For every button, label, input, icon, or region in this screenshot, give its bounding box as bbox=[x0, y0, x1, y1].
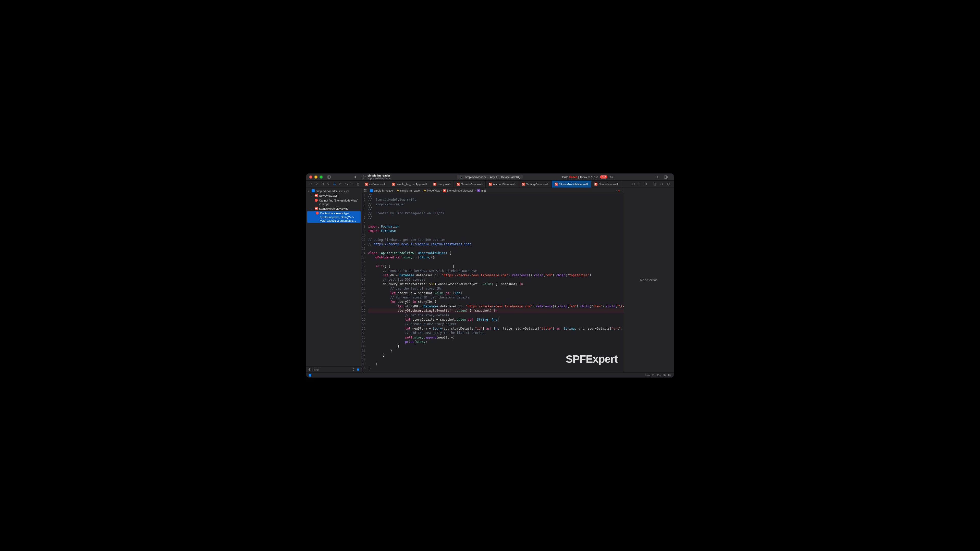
code-line[interactable]: 10 bbox=[362, 233, 624, 238]
code-text[interactable]: } bbox=[368, 344, 624, 348]
nav-breakpoint-icon[interactable] bbox=[350, 183, 354, 186]
code-text[interactable] bbox=[368, 371, 624, 372]
code-line[interactable]: 35 } bbox=[362, 344, 624, 348]
file-tab[interactable]: StoriesModelView.swift bbox=[552, 181, 591, 187]
file-tab[interactable]: AccountView.swift bbox=[486, 181, 519, 187]
issue-row[interactable]: ▿NewsView.swift bbox=[306, 193, 362, 198]
jump-segment[interactable]: simple-hn-reader bbox=[396, 189, 420, 192]
code-line[interactable]: 34 print(story) bbox=[362, 340, 624, 344]
jump-back-icon[interactable]: ‹ bbox=[616, 189, 617, 192]
code-text[interactable]: let storyDB = Database.database(url: "ht… bbox=[368, 304, 624, 309]
code-line[interactable]: 13 bbox=[362, 247, 624, 251]
filter-scope-icon[interactable] bbox=[357, 368, 360, 371]
file-tab[interactable]: SettingsView.swift bbox=[519, 181, 552, 187]
code-text[interactable]: let storyDetails = snapshot.value as! [S… bbox=[368, 318, 624, 322]
code-line[interactable]: 21 db.queryLimited(toFirst: 500).observe… bbox=[362, 282, 624, 286]
code-text[interactable] bbox=[368, 220, 624, 224]
jump-segment[interactable] bbox=[364, 189, 367, 192]
code-line[interactable]: 8import Foundation bbox=[362, 224, 624, 229]
jump-segment[interactable]: StoriesModelView.swift bbox=[443, 189, 474, 192]
code-line[interactable]: 23 let storyIDs = snapshot.value as! [In… bbox=[362, 291, 624, 295]
cloud-icon[interactable] bbox=[609, 175, 613, 179]
filter-input[interactable] bbox=[313, 368, 351, 371]
tab-list-icon[interactable] bbox=[638, 183, 641, 186]
jump-segment[interactable]: ModelView bbox=[423, 189, 440, 192]
build-status[interactable]: Build Failed | Today at 10:38 ✕ 2 bbox=[562, 175, 671, 179]
code-text[interactable]: self.story.append(newStory) bbox=[368, 335, 624, 340]
code-text[interactable]: } bbox=[368, 362, 624, 366]
scheme-selector[interactable]: 📱 simple-hn-reader › Any iOS Device (arm… bbox=[457, 175, 523, 179]
jump-segment[interactable]: simple-hn-reader bbox=[370, 189, 394, 192]
nav-find-icon[interactable] bbox=[327, 183, 330, 186]
code-text[interactable]: for storyID in storyIDs { bbox=[368, 300, 624, 304]
code-line[interactable]: 27 storyDB.observeSingleEvent(of: .value… bbox=[362, 309, 624, 313]
issue-row[interactable]: ▿StoriesModelView.swift bbox=[306, 206, 362, 211]
status-activity-icon[interactable] bbox=[309, 374, 311, 376]
nav-debug-icon[interactable] bbox=[345, 183, 348, 186]
code-line[interactable]: 5// Created by Hiro Protagonist on 6/1/2… bbox=[362, 211, 624, 216]
filter-clock-icon[interactable] bbox=[352, 368, 355, 371]
code-text[interactable]: } bbox=[368, 349, 624, 353]
code-text[interactable]: // using Firebase, get the top 500 stori… bbox=[368, 238, 624, 242]
code-review-icon[interactable] bbox=[660, 183, 663, 186]
code-text[interactable]: // get the story details bbox=[368, 313, 624, 318]
code-text[interactable]: // Created by Hiro Protagonist on 6/1/23… bbox=[368, 211, 624, 216]
code-text[interactable] bbox=[368, 247, 624, 251]
minimize-window[interactable] bbox=[314, 176, 318, 179]
code-text[interactable]: } bbox=[368, 366, 624, 371]
code-line[interactable]: 38 bbox=[362, 357, 624, 362]
code-text[interactable]: // pull top 500 stories bbox=[368, 278, 624, 282]
jump-segment[interactable]: Minit() bbox=[477, 189, 486, 192]
issue-row[interactable]: !Contextual closure type '(DataSnapshot,… bbox=[307, 211, 361, 223]
code-line[interactable]: 11// using Firebase, get the top 500 sto… bbox=[362, 238, 624, 242]
add-tab-button[interactable] bbox=[656, 176, 659, 179]
code-text[interactable]: // get the list of story IDs bbox=[368, 286, 624, 291]
code-line[interactable]: 36 } bbox=[362, 349, 624, 353]
code-text[interactable]: } bbox=[368, 353, 624, 357]
code-line[interactable]: 25 for storyID in storyIDs { bbox=[362, 300, 624, 304]
code-text[interactable]: // create a new story object bbox=[368, 322, 624, 326]
code-line[interactable]: 18 // connect to HackerNews API with Fir… bbox=[362, 269, 624, 273]
code-text[interactable] bbox=[368, 357, 624, 362]
file-tab[interactable]: NewsView.swift bbox=[591, 181, 621, 187]
file-tab[interactable]: SearchView.swift bbox=[454, 181, 486, 187]
status-panel-icon[interactable] bbox=[668, 374, 671, 377]
jump-forward-icon[interactable]: › bbox=[621, 189, 622, 192]
code-text[interactable]: // StoriesModelView.swift bbox=[368, 198, 624, 202]
code-line[interactable]: 16 bbox=[362, 260, 624, 264]
code-line[interactable]: 6// bbox=[362, 216, 624, 220]
zoom-window[interactable] bbox=[320, 176, 323, 179]
code-text[interactable]: print(story) bbox=[368, 340, 624, 344]
code-line[interactable]: 20 // pull top 500 stories bbox=[362, 278, 624, 282]
code-line[interactable]: 17 init() { bbox=[362, 264, 624, 268]
tab-arrows-icon[interactable] bbox=[632, 183, 635, 186]
code-line[interactable]: 2// StoriesModelView.swift bbox=[362, 198, 624, 202]
code-line[interactable]: 31 let newStory = Story(id: storyDetails… bbox=[362, 327, 624, 331]
code-line[interactable]: 40} bbox=[362, 366, 624, 371]
jump-error-icon[interactable]: ● bbox=[618, 189, 620, 192]
close-window[interactable] bbox=[309, 176, 312, 179]
code-text[interactable]: // bbox=[368, 216, 624, 220]
code-text[interactable]: class TopStoriesModelView: ObservableObj… bbox=[368, 251, 624, 256]
code-line[interactable]: 33 self.story.append(newStory) bbox=[362, 335, 624, 340]
code-text[interactable]: // add the new story to the list of stor… bbox=[368, 331, 624, 335]
nav-report-icon[interactable] bbox=[356, 183, 360, 186]
code-text[interactable]: // simple-hn-reader bbox=[368, 202, 624, 206]
code-text[interactable]: // bbox=[368, 206, 624, 211]
code-line[interactable]: 4// bbox=[362, 206, 624, 211]
code-line[interactable]: 15 @Published var story = [Story]() bbox=[362, 256, 624, 260]
issue-row[interactable]: ▿simple-hn-reader 2 issues bbox=[306, 189, 362, 193]
file-tab[interactable]: ‹ ntView.swift bbox=[362, 181, 389, 187]
code-line[interactable]: 28 // get the story details bbox=[362, 313, 624, 318]
titlebar-nav-toggle[interactable] bbox=[327, 175, 331, 179]
code-text[interactable]: let storyIDs = snapshot.value as! [Int] bbox=[368, 291, 624, 295]
code-line[interactable]: 12// https://hacker-news.firebaseio.com/… bbox=[362, 242, 624, 246]
code-text[interactable]: let db = Database.database(url: "https:/… bbox=[368, 273, 624, 278]
code-line[interactable]: 26 let storyDB = Database.database(url: … bbox=[362, 304, 624, 309]
code-text[interactable]: // bbox=[368, 193, 624, 198]
tab-split-icon[interactable] bbox=[644, 183, 647, 186]
help-icon[interactable] bbox=[667, 183, 670, 186]
file-tab[interactable]: Story.swift bbox=[430, 181, 454, 187]
library-add-icon[interactable] bbox=[653, 183, 656, 186]
code-text[interactable]: import Firebase bbox=[368, 229, 624, 233]
